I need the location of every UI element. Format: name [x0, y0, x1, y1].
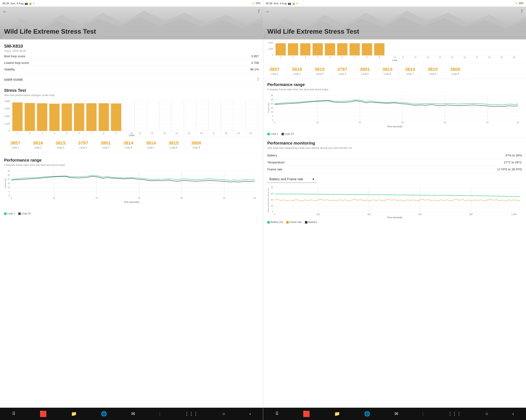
svg-text:0: 0 [272, 211, 273, 213]
hero-title-right: Wild Life Extreme Stress Test [267, 28, 359, 35]
legend-framerate: Frame rate [290, 221, 302, 224]
stability-value: 96.1% [250, 68, 259, 71]
svg-text:40: 40 [180, 197, 183, 199]
svg-rect-38 [74, 103, 84, 131]
perf-monitoring-section: Performance monitoring See what was happ… [263, 137, 526, 226]
perf-range-title-right: Performance range [267, 82, 522, 87]
mail-icon-left[interactable]: ✉ [131, 411, 135, 417]
svg-text:Loop: Loop [129, 134, 134, 136]
svg-text:8: 8 [366, 56, 368, 59]
stability-row: Stability 96.1% [4, 66, 259, 72]
perf-range-chart-right: 30 25 20 15 10 5 0 0 10 [267, 93, 522, 130]
perf-range-right: Performance range Compare frame rates fr… [263, 79, 526, 137]
perf-range-left: Performance range Compare frame rates fr… [0, 155, 263, 217]
svg-rect-39 [86, 103, 97, 131]
svg-text:16: 16 [200, 132, 202, 135]
back-button-left[interactable]: ← [2, 9, 7, 14]
loop-item: 3800Loop 9 [185, 139, 208, 151]
svg-text:15: 15 [271, 107, 273, 109]
svg-text:11: 11 [139, 132, 141, 135]
files-icon-left[interactable]: 📁 [71, 411, 77, 417]
files-icon-right[interactable]: 📁 [334, 411, 340, 417]
top-chart-svg: 2,000 1,000 0 1 2 3 4 [267, 41, 522, 62]
svg-text:30: 30 [8, 170, 10, 172]
menu-right[interactable]: ⋮⋮⋮ [448, 411, 461, 417]
status-bar-left: 00:38 Sun, 6 Aug 📷 🔒 • ⚡ 26% [0, 0, 263, 7]
svg-text:15: 15 [451, 56, 454, 59]
svg-text:40: 40 [271, 186, 273, 189]
lowest-value: 3 708 [251, 61, 259, 64]
user-guide-row[interactable]: USER GUIDE ⤴ [0, 75, 263, 85]
loop-item: 3814Loop 7 [399, 65, 421, 77]
battery-frame-chart: 40 30 20 10 0 [267, 186, 522, 219]
battery-label: Battery [267, 154, 277, 157]
day-right: Sun, 6 Aug [274, 2, 287, 5]
svg-text:40: 40 [444, 121, 446, 124]
svg-text:15: 15 [8, 182, 10, 185]
app-icon-left[interactable]: 🟥 [40, 410, 47, 417]
svg-text:25: 25 [271, 98, 273, 101]
content-left: SM-X810 Aug 6, 2023 00:30 Best loop scor… [0, 39, 263, 408]
circle-icon-left[interactable]: ○ [222, 411, 225, 417]
dropdown-wrapper[interactable]: Battery and Frame rate Battery Frame rat… [267, 176, 317, 183]
time-right: 00:38 [266, 2, 273, 5]
svg-text:13: 13 [163, 132, 166, 135]
svg-rect-100 [275, 43, 286, 55]
frame-rate-value: 17 FPS to 28 FPS [497, 167, 522, 171]
svg-text:0: 0 [9, 195, 10, 197]
app-icon-right[interactable]: 🟥 [303, 410, 310, 417]
mail-icon-right[interactable]: ✉ [394, 411, 398, 417]
stability-label: Stability [4, 68, 15, 71]
svg-text:2: 2 [29, 132, 30, 135]
svg-text:4: 4 [54, 132, 55, 135]
back-icon-left[interactable]: ‹ [249, 411, 251, 417]
legend-loop19-right: Loop 19 [285, 132, 293, 135]
svg-text:5: 5 [66, 132, 67, 135]
battery-value: 37% to 26% [505, 154, 522, 157]
svg-text:3: 3 [305, 56, 306, 59]
svg-text:1,000: 1,000 [4, 123, 10, 125]
svg-text:18: 18 [488, 56, 490, 59]
chart-type-dropdown[interactable]: Battery and Frame rate Battery Frame rat… [267, 176, 317, 183]
loop-item: 3857Loop 1 [4, 139, 27, 151]
share-button-right[interactable]: ⤴ [521, 9, 523, 14]
svg-text:0: 0 [9, 129, 10, 132]
svg-text:5: 5 [272, 115, 273, 117]
right-panel: 00:38 Sun, 6 Aug 📷 🔒 • ⚡ 26% ← Wild Life… [263, 0, 526, 420]
svg-rect-102 [300, 43, 311, 55]
share-guide-icon[interactable]: ⤴ [257, 77, 259, 82]
stress-test-section: Stress Test See how performance changes … [0, 85, 263, 155]
user-guide-label: USER GUIDE [4, 78, 23, 81]
svg-text:18: 18 [225, 132, 227, 135]
chrome-icon-left[interactable]: 🌐 [101, 411, 107, 417]
battery-icon-left: ⚡ [252, 2, 255, 5]
loop-item: 3814Loop 6 [117, 139, 140, 151]
battery-right: 26% [519, 2, 524, 5]
svg-text:0: 0 [11, 197, 12, 199]
svg-text:9: 9 [115, 132, 117, 135]
chrome-icon-right[interactable]: 🌐 [364, 411, 370, 417]
share-button-left[interactable]: ⤴ [258, 9, 260, 14]
loop-item: 3800Loop 9 [444, 65, 467, 77]
svg-rect-107 [362, 43, 372, 55]
svg-rect-103 [313, 43, 323, 55]
bottom-nav-right: ⠿ 🟥 📁 🌐 ✉ | ⋮⋮⋮ ○ ‹ [263, 408, 526, 420]
loop-item: 3815Loop 8 [421, 65, 444, 77]
grid-icon-left[interactable]: ⠿ [12, 411, 15, 417]
svg-text:5: 5 [329, 56, 331, 59]
svg-text:Time (seconds): Time (seconds) [387, 125, 402, 128]
svg-text:20: 20 [359, 121, 361, 124]
dot-right: • [296, 2, 297, 5]
back-icon-right[interactable]: ‹ [512, 411, 514, 417]
grid-icon-right[interactable]: ⠿ [275, 411, 279, 417]
menu-left[interactable]: ⋮⋮⋮ [184, 411, 198, 417]
svg-text:14: 14 [439, 56, 441, 59]
circle-icon-right[interactable]: ○ [486, 411, 488, 417]
battery-row: Battery 37% to 26% [267, 152, 522, 159]
svg-rect-108 [374, 43, 384, 55]
svg-text:200: 200 [316, 213, 320, 215]
svg-text:Time (seconds): Time (seconds) [124, 201, 139, 203]
back-button-right[interactable]: ← [266, 9, 270, 14]
svg-text:Time (seconds): Time (seconds) [387, 216, 402, 219]
svg-text:0: 0 [274, 213, 275, 215]
